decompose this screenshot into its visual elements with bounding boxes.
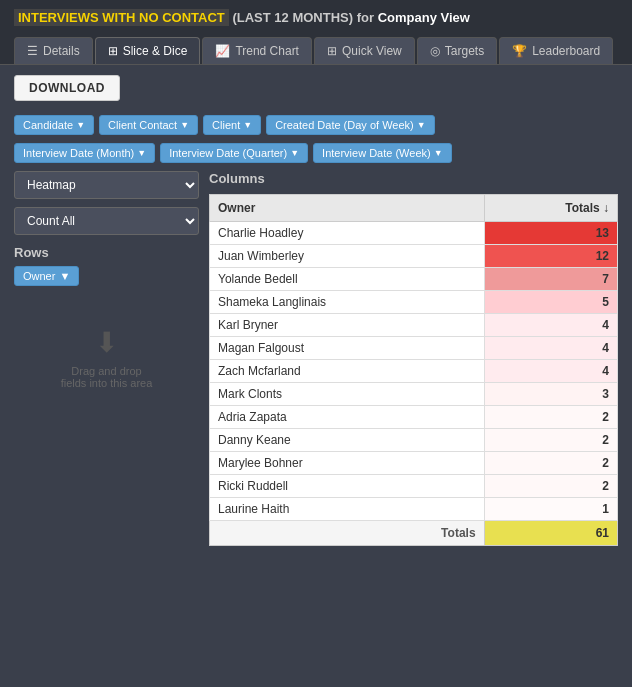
page-header: INTERVIEWS WITH NO CONTACT (LAST 12 MONT… bbox=[0, 0, 632, 65]
cell-value: 1 bbox=[484, 498, 617, 521]
visualization-select[interactable]: Heatmap Table Chart bbox=[14, 171, 199, 199]
right-panel: Columns Owner Totals ↓ Charlie Hoadley13… bbox=[209, 171, 618, 546]
tab-leaderboard[interactable]: 🏆 Leaderboard bbox=[499, 37, 613, 64]
filter-client-label: Client bbox=[212, 119, 240, 131]
cell-value: 2 bbox=[484, 429, 617, 452]
rows-label: Rows bbox=[14, 245, 199, 260]
table-row: Zach Mcfarland4 bbox=[210, 360, 618, 383]
filter-candidate[interactable]: Candidate ▼ bbox=[14, 115, 94, 135]
cell-owner: Charlie Hoadley bbox=[210, 222, 485, 245]
cell-value: 4 bbox=[484, 337, 617, 360]
tab-bar: ☰ Details ⊞ Slice & Dice 📈 Trend Chart ⊞… bbox=[14, 37, 618, 64]
main-layout: Heatmap Table Chart Count All Count Sum … bbox=[0, 171, 632, 560]
cell-owner: Juan Wimberley bbox=[210, 245, 485, 268]
columns-label: Columns bbox=[209, 171, 618, 186]
cell-owner: Shameka Langlinais bbox=[210, 291, 485, 314]
cell-value: 13 bbox=[484, 222, 617, 245]
footer-totals-label: Totals bbox=[210, 521, 485, 546]
filter-interview-month-arrow: ▼ bbox=[137, 148, 146, 158]
details-icon: ☰ bbox=[27, 44, 38, 58]
filter-candidate-arrow: ▼ bbox=[76, 120, 85, 130]
title-period-text: (LAST 12 MONTHS) bbox=[232, 10, 353, 25]
tab-leaderboard-label: Leaderboard bbox=[532, 44, 600, 58]
title-highlight: INTERVIEWS WITH NO CONTACT bbox=[14, 9, 229, 26]
cell-owner: Karl Bryner bbox=[210, 314, 485, 337]
filter-interview-quarter[interactable]: Interview Date (Quarter) ▼ bbox=[160, 143, 308, 163]
cell-value: 2 bbox=[484, 475, 617, 498]
cell-owner: Adria Zapata bbox=[210, 406, 485, 429]
drag-drop-area: ⬇ Drag and dropfields into this area bbox=[14, 306, 199, 409]
filter-created-date[interactable]: Created Date (Day of Week) ▼ bbox=[266, 115, 435, 135]
table-row: Magan Falgoust4 bbox=[210, 337, 618, 360]
download-button[interactable]: DOWNLOAD bbox=[14, 75, 120, 101]
tab-targets-label: Targets bbox=[445, 44, 484, 58]
cell-owner: Danny Keane bbox=[210, 429, 485, 452]
tab-details-label: Details bbox=[43, 44, 80, 58]
tab-trend-chart-label: Trend Chart bbox=[235, 44, 299, 58]
tab-slice-dice-label: Slice & Dice bbox=[123, 44, 188, 58]
filter-client-contact-label: Client Contact bbox=[108, 119, 177, 131]
filter-tags-row1: Candidate ▼ Client Contact ▼ Client ▼ Cr… bbox=[0, 111, 632, 143]
cell-value: 2 bbox=[484, 452, 617, 475]
data-table: Owner Totals ↓ Charlie Hoadley13Juan Wim… bbox=[209, 194, 618, 546]
tab-quick-view-label: Quick View bbox=[342, 44, 402, 58]
table-row: Adria Zapata2 bbox=[210, 406, 618, 429]
title-for-text: for bbox=[357, 10, 374, 25]
cell-owner: Marylee Bohner bbox=[210, 452, 485, 475]
owner-tag[interactable]: Owner ▼ bbox=[14, 266, 79, 286]
filter-client-contact[interactable]: Client Contact ▼ bbox=[99, 115, 198, 135]
owner-tag-label: Owner bbox=[23, 270, 55, 282]
filter-interview-week[interactable]: Interview Date (Week) ▼ bbox=[313, 143, 452, 163]
filter-tags-row2: Interview Date (Month) ▼ Interview Date … bbox=[0, 143, 632, 171]
cell-owner: Yolande Bedell bbox=[210, 268, 485, 291]
cell-value: 3 bbox=[484, 383, 617, 406]
table-row: Ricki Ruddell2 bbox=[210, 475, 618, 498]
table-row: Shameka Langlinais5 bbox=[210, 291, 618, 314]
cell-owner: Magan Falgoust bbox=[210, 337, 485, 360]
filter-client-arrow: ▼ bbox=[243, 120, 252, 130]
filter-created-date-arrow: ▼ bbox=[417, 120, 426, 130]
filter-interview-week-label: Interview Date (Week) bbox=[322, 147, 431, 159]
table-row: Charlie Hoadley13 bbox=[210, 222, 618, 245]
drag-drop-text: Drag and dropfields into this area bbox=[61, 365, 153, 389]
footer-totals-value: 61 bbox=[484, 521, 617, 546]
table-row: Karl Bryner4 bbox=[210, 314, 618, 337]
quick-view-icon: ⊞ bbox=[327, 44, 337, 58]
count-select[interactable]: Count All Count Sum bbox=[14, 207, 199, 235]
tab-details[interactable]: ☰ Details bbox=[14, 37, 93, 64]
filter-interview-month-label: Interview Date (Month) bbox=[23, 147, 134, 159]
cell-value: 7 bbox=[484, 268, 617, 291]
toolbar: DOWNLOAD bbox=[0, 65, 632, 111]
cell-owner: Mark Clonts bbox=[210, 383, 485, 406]
targets-icon: ◎ bbox=[430, 44, 440, 58]
slice-dice-icon: ⊞ bbox=[108, 44, 118, 58]
table-row: Danny Keane2 bbox=[210, 429, 618, 452]
col-header-totals: Totals ↓ bbox=[484, 195, 617, 222]
cell-value: 4 bbox=[484, 314, 617, 337]
table-row: Juan Wimberley12 bbox=[210, 245, 618, 268]
page-title: INTERVIEWS WITH NO CONTACT (LAST 12 MONT… bbox=[14, 10, 618, 33]
cell-owner: Laurine Haith bbox=[210, 498, 485, 521]
cell-value: 2 bbox=[484, 406, 617, 429]
trend-chart-icon: 📈 bbox=[215, 44, 230, 58]
cell-value: 4 bbox=[484, 360, 617, 383]
table-row: Mark Clonts3 bbox=[210, 383, 618, 406]
cell-owner: Zach Mcfarland bbox=[210, 360, 485, 383]
filter-interview-quarter-arrow: ▼ bbox=[290, 148, 299, 158]
col-header-owner: Owner bbox=[210, 195, 485, 222]
owner-tag-arrow: ▼ bbox=[59, 270, 70, 282]
left-panel: Heatmap Table Chart Count All Count Sum … bbox=[14, 171, 199, 546]
filter-client[interactable]: Client ▼ bbox=[203, 115, 261, 135]
filter-interview-quarter-label: Interview Date (Quarter) bbox=[169, 147, 287, 159]
tab-targets[interactable]: ◎ Targets bbox=[417, 37, 497, 64]
leaderboard-icon: 🏆 bbox=[512, 44, 527, 58]
tab-slice-dice[interactable]: ⊞ Slice & Dice bbox=[95, 37, 201, 64]
filter-candidate-label: Candidate bbox=[23, 119, 73, 131]
filter-interview-month[interactable]: Interview Date (Month) ▼ bbox=[14, 143, 155, 163]
tab-trend-chart[interactable]: 📈 Trend Chart bbox=[202, 37, 312, 64]
tab-quick-view[interactable]: ⊞ Quick View bbox=[314, 37, 415, 64]
cell-value: 5 bbox=[484, 291, 617, 314]
table-row: Yolande Bedell7 bbox=[210, 268, 618, 291]
table-row: Laurine Haith1 bbox=[210, 498, 618, 521]
filter-created-date-label: Created Date (Day of Week) bbox=[275, 119, 414, 131]
